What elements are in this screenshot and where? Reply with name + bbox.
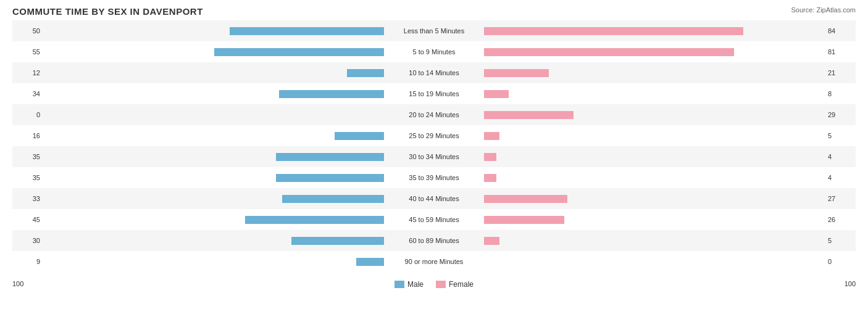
bar-female [484,153,496,161]
male-value: 9 [12,258,43,265]
male-value: 0 [12,111,43,118]
chart-row: 45 45 to 59 Minutes 26 [12,209,856,230]
female-value: 81 [825,48,856,56]
male-value: 34 [12,90,43,97]
bars-area: 15 to 19 Minutes [43,90,825,98]
chart-row: 35 35 to 39 Minutes 4 [12,167,856,188]
bar-female [484,48,734,56]
bar-female [484,237,499,245]
bar-male [276,174,384,182]
axis-left: 100 [12,280,43,287]
bars-area: 35 to 39 Minutes [43,174,825,182]
male-value: 16 [12,132,43,139]
bars-area: 25 to 29 Minutes [43,132,825,140]
row-label: 45 to 59 Minutes [385,216,483,223]
male-value: 35 [12,174,43,181]
chart-row: 12 10 to 14 Minutes 21 [12,62,856,83]
female-value: 4 [825,153,856,160]
bar-female [484,216,564,224]
legend-female: Female [436,280,474,289]
bar-female [484,69,549,77]
bottom-area: 100 Male Female 100 [12,279,856,289]
legend: Male Female [394,280,474,289]
chart-row: 50 Less than 5 Minutes 84 [12,20,856,41]
axis-right: 100 [825,280,856,287]
chart-row: 16 25 to 29 Minutes 5 [12,125,856,146]
legend-female-box [436,281,446,288]
bar-male [335,132,384,140]
legend-female-label: Female [449,280,474,289]
bar-female [484,111,574,119]
female-value: 26 [825,216,856,223]
bars-area: 5 to 9 Minutes [43,48,825,56]
male-value: 12 [12,69,43,76]
chart-row: 55 5 to 9 Minutes 81 [12,41,856,62]
chart-container: COMMUTE TIME BY SEX IN DAVENPORT Source:… [0,0,868,322]
female-value: 21 [825,69,856,76]
female-value: 0 [825,258,856,265]
chart-row: 35 30 to 34 Minutes 4 [12,146,856,167]
source-text: Source: ZipAtlas.com [791,6,856,14]
row-label: 15 to 19 Minutes [385,90,483,97]
row-label: 90 or more Minutes [385,258,483,265]
male-value: 50 [12,27,43,35]
bar-male [356,258,384,266]
bars-area: 40 to 44 Minutes [43,195,825,203]
bar-male [347,69,384,77]
chart-row: 0 20 to 24 Minutes 29 [12,104,856,125]
chart-area: 50 Less than 5 Minutes 84 55 5 to 9 Minu… [12,20,856,278]
legend-male-label: Male [407,280,424,289]
row-label: 10 to 14 Minutes [385,69,483,76]
bar-male [230,27,384,35]
chart-row: 33 40 to 44 Minutes 27 [12,188,856,209]
bar-male [282,195,384,203]
chart-row: 9 90 or more Minutes 0 [12,251,856,272]
row-label: 20 to 24 Minutes [385,111,483,118]
female-value: 29 [825,111,856,118]
bar-female [484,174,496,182]
chart-row: 34 15 to 19 Minutes 8 [12,83,856,104]
female-value: 27 [825,195,856,202]
male-value: 30 [12,237,43,244]
legend-male-box [394,281,404,288]
legend-male: Male [394,280,424,289]
female-value: 8 [825,90,856,97]
male-value: 33 [12,195,43,202]
bar-male [279,90,384,98]
row-label: Less than 5 Minutes [385,27,483,35]
bars-area: 60 to 89 Minutes [43,237,825,245]
bar-female [484,27,743,35]
row-label: 35 to 39 Minutes [385,174,483,181]
male-value: 45 [12,216,43,223]
bars-area: 30 to 34 Minutes [43,153,825,161]
bar-male [291,237,384,245]
row-label: 30 to 34 Minutes [385,153,483,160]
row-label: 60 to 89 Minutes [385,237,483,244]
female-value: 5 [825,132,856,139]
chart-row: 30 60 to 89 Minutes 5 [12,230,856,251]
female-value: 5 [825,237,856,244]
bar-male [214,48,384,56]
female-value: 84 [825,27,856,35]
row-label: 40 to 44 Minutes [385,195,483,202]
bars-area: 90 or more Minutes [43,258,825,266]
bar-female [484,90,509,98]
bar-male [276,153,384,161]
bar-female [484,195,567,203]
female-value: 4 [825,174,856,181]
chart-title: COMMUTE TIME BY SEX IN DAVENPORT [12,6,856,17]
male-value: 35 [12,153,43,160]
bar-male [245,216,384,224]
bars-area: 45 to 59 Minutes [43,216,825,224]
bar-female [484,132,499,140]
row-label: 5 to 9 Minutes [385,48,483,56]
bars-area: 10 to 14 Minutes [43,69,825,77]
bars-area: Less than 5 Minutes [43,27,825,35]
male-value: 55 [12,48,43,56]
bars-area: 20 to 24 Minutes [43,111,825,119]
row-label: 25 to 29 Minutes [385,132,483,139]
